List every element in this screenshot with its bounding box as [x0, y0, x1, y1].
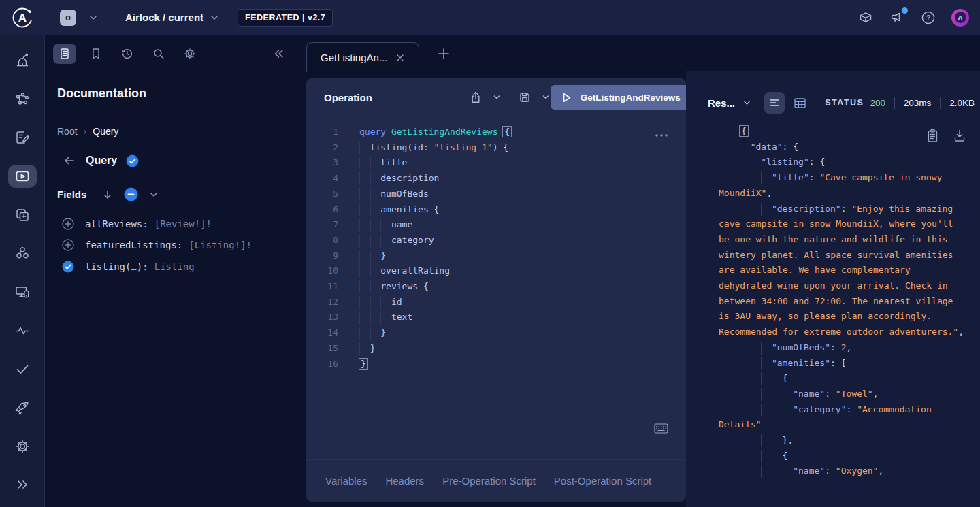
copy-response-icon[interactable]: [926, 129, 939, 143]
operation-tab[interactable]: GetListingAn...: [306, 42, 419, 72]
type-selected-check-icon[interactable]: [126, 154, 139, 167]
rail-checks-icon[interactable]: [8, 357, 37, 380]
tab-variables[interactable]: Variables: [325, 475, 367, 487]
response-json[interactable]: {"data": {"listing": {"title": "Cave cam…: [719, 124, 965, 479]
rail-insights-icon[interactable]: [8, 319, 37, 342]
indent-guide: [359, 296, 370, 309]
top-bar: A o Airlock / current FEDERATED | v2.7: [0, 0, 980, 35]
rail-changelog-icon[interactable]: [8, 126, 37, 149]
run-operation-button[interactable]: GetListingAndReviews: [551, 85, 693, 110]
code-line: 7name: [306, 217, 686, 233]
indent-guide: [751, 357, 762, 370]
new-tab-icon[interactable]: [436, 46, 451, 61]
code-line: "description": "Enjoy this amazing cave …: [719, 201, 965, 340]
rail-subgraphs-icon[interactable]: [8, 203, 37, 227]
indent-guide: [751, 156, 762, 169]
field-name: allReviews:: [85, 218, 148, 229]
response-chevron-down-icon[interactable]: [742, 98, 752, 108]
rail-home-icon[interactable]: [8, 49, 37, 72]
code-line: "title": "Cave campsite in snowy Moundii…: [719, 170, 965, 201]
graphql-editor[interactable]: 1query GetListingAndReviews {2listing(id…: [306, 116, 686, 372]
play-icon: [560, 91, 573, 104]
fields-chevron-down-icon[interactable]: [148, 189, 159, 200]
breadcrumb-current: Query: [93, 126, 118, 137]
response-size: 2.0KB: [949, 98, 975, 108]
indent-guide: [751, 450, 762, 463]
indent-guide: [772, 388, 783, 401]
field-row-listing[interactable]: listing(…):Listing: [57, 256, 306, 278]
rail-cubes-icon[interactable]: [8, 242, 37, 265]
explorer-settings-icon[interactable]: [178, 44, 201, 64]
doc-panel-title: Documentation: [57, 86, 306, 101]
rail-expand-icon[interactable]: [8, 473, 37, 496]
org-avatar-badge[interactable]: o: [60, 10, 76, 26]
indent-guide: [370, 172, 381, 185]
search-tab-icon[interactable]: [147, 44, 170, 64]
collapse-panel-icon[interactable]: [271, 46, 286, 61]
deselect-all-minus-icon[interactable]: [124, 187, 138, 201]
graph-chevron-down-icon[interactable]: [209, 12, 220, 23]
editor-overflow-menu-icon[interactable]: [655, 133, 668, 138]
add-field-icon[interactable]: [62, 218, 74, 230]
history-tab-icon[interactable]: [116, 44, 139, 64]
response-panel: Res... STATUS 200 203ms 2.0KB: [686, 71, 980, 507]
tab-pre-operation-script[interactable]: Pre-Operation Script: [442, 475, 536, 487]
indent-guide: [359, 218, 370, 231]
field-row-allreviews[interactable]: allReviews:[Review!]!: [57, 213, 306, 235]
raw-view-toggle-icon[interactable]: [764, 92, 785, 114]
share-operation-icon[interactable]: [469, 91, 483, 104]
doc-divider: [57, 112, 282, 112]
org-chevron-down-icon[interactable]: [88, 12, 99, 23]
line-number: 14: [306, 325, 338, 341]
add-field-icon[interactable]: [62, 239, 74, 251]
indent-guide: [370, 157, 381, 169]
response-title[interactable]: Res...: [708, 97, 735, 109]
rail-explorer-icon[interactable]: [8, 165, 37, 188]
field-row-featuredlistings[interactable]: featuredListings:[Listing!]!: [57, 235, 306, 257]
back-arrow-icon[interactable]: [63, 154, 76, 167]
line-number: 1: [306, 125, 338, 140]
indent-guide: [740, 171, 751, 184]
graph-title[interactable]: Airlock / current: [125, 12, 203, 23]
indent-guide: [380, 218, 391, 231]
line-number: 3: [306, 155, 338, 171]
download-response-icon[interactable]: [953, 129, 966, 143]
indent-guide: [761, 372, 772, 385]
indent-guide: [772, 372, 783, 385]
field-name: listing(…):: [85, 261, 148, 272]
share-chevron-down-icon[interactable]: [492, 93, 502, 102]
rail-settings-icon[interactable]: [8, 435, 37, 458]
dev-graph-icon[interactable]: [858, 10, 874, 26]
documentation-panel: Documentation Root › Query Query Fields: [45, 71, 306, 507]
indent-guide: [772, 404, 783, 416]
tab-post-operation-script[interactable]: Post-Operation Script: [554, 475, 651, 487]
breadcrumb-root[interactable]: Root: [57, 126, 78, 137]
save-operation-icon[interactable]: [518, 91, 532, 104]
announcements-megaphone-icon[interactable]: [889, 10, 905, 26]
bookmarks-tab-icon[interactable]: [84, 44, 108, 64]
fields-label: Fields: [57, 189, 86, 200]
code-line: "name": "Towel",: [719, 387, 965, 402]
sort-arrow-down-icon[interactable]: [101, 189, 114, 201]
code-line: 3title: [306, 155, 686, 171]
keyboard-shortcuts-icon[interactable]: [654, 423, 668, 434]
rail-graph-icon[interactable]: [8, 88, 37, 111]
table-view-toggle-icon[interactable]: [790, 92, 811, 114]
response-actions: [926, 129, 966, 143]
save-chevron-down-icon[interactable]: [541, 93, 551, 102]
indent-guide: [740, 372, 751, 385]
field-selected-check-icon[interactable]: [62, 261, 74, 273]
close-tab-icon[interactable]: [395, 53, 405, 63]
breadcrumb-separator: ›: [84, 126, 87, 137]
rail-clients-icon[interactable]: [8, 280, 37, 304]
user-avatar[interactable]: A: [951, 9, 969, 27]
rail-launches-icon[interactable]: [8, 396, 37, 419]
indent-guide: [359, 172, 370, 185]
response-header: Res... STATUS 200 203ms 2.0KB: [686, 71, 980, 114]
code-line: 13text: [306, 310, 686, 325]
code-line: {: [719, 448, 965, 464]
documentation-tab-icon[interactable]: [53, 44, 76, 64]
apollo-logo[interactable]: A: [0, 6, 45, 29]
help-icon[interactable]: ?: [920, 10, 936, 26]
tab-headers[interactable]: Headers: [385, 475, 424, 487]
